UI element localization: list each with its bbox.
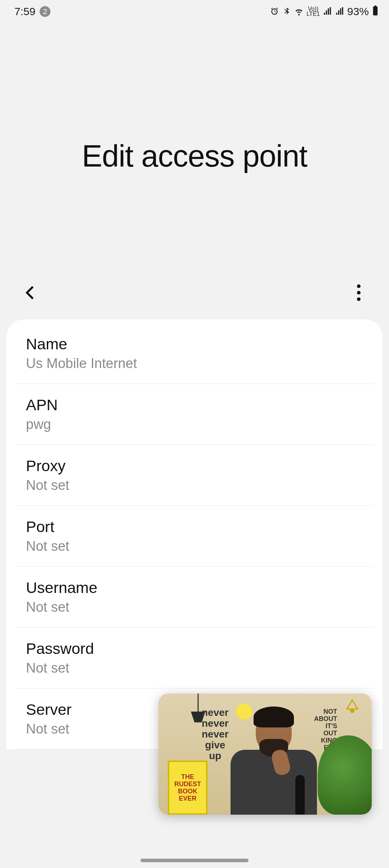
svg-point-4 [357, 297, 361, 301]
book-cover: THE RUDEST BOOK EVER [168, 761, 207, 815]
battery-percent: 93% [347, 5, 369, 18]
battery-icon [372, 5, 379, 18]
person-figure [223, 707, 324, 815]
navigation-handle[interactable] [140, 859, 249, 862]
setting-row-port[interactable]: Port Not set [15, 506, 374, 567]
volte-indicator: Vo)) LTE1 [307, 6, 320, 17]
setting-label: Name [26, 335, 363, 353]
status-bar: 7:59 2 Vo)) LTE1 93% [0, 0, 389, 23]
lightbulb-icon [341, 696, 363, 719]
more-options-button[interactable] [346, 280, 372, 306]
svg-point-3 [357, 291, 361, 294]
setting-row-name[interactable]: Name Us Mobile Internet [15, 319, 374, 384]
signal-icon-2 [335, 7, 344, 16]
setting-label: Username [26, 579, 363, 597]
setting-value: pwg [26, 417, 363, 432]
notification-count-badge: 2 [40, 6, 50, 17]
setting-value: Not set [26, 478, 363, 493]
setting-value: Not set [26, 660, 363, 676]
settings-card: Name Us Mobile Internet APN pwg Proxy No… [6, 319, 383, 749]
signal-icon-1 [323, 7, 332, 16]
more-vertical-icon [357, 284, 361, 301]
setting-row-username[interactable]: Username Not set [15, 567, 374, 628]
book-title: THE RUDEST BOOK EVER [174, 773, 201, 802]
back-button[interactable] [17, 280, 43, 306]
alarm-icon [270, 7, 279, 16]
setting-value: Not set [26, 599, 363, 615]
pip-video-overlay[interactable]: never never never give up NOT ABOUT IT'S… [158, 694, 372, 815]
setting-label: Password [26, 640, 363, 657]
header-area: Edit access point [0, 23, 389, 275]
page-title: Edit access point [0, 138, 389, 174]
status-time: 7:59 [14, 5, 35, 18]
microphone-icon [295, 775, 305, 815]
chevron-left-icon [22, 285, 38, 301]
setting-value: Not set [26, 539, 363, 554]
status-bar-right: Vo)) LTE1 93% [270, 5, 379, 18]
svg-rect-1 [375, 5, 376, 7]
pip-video-content: never never never give up NOT ABOUT IT'S… [158, 694, 372, 815]
setting-row-apn[interactable]: APN pwg [15, 384, 374, 445]
bluetooth-icon [282, 7, 291, 16]
setting-row-proxy[interactable]: Proxy Not set [15, 445, 374, 506]
setting-label: Proxy [26, 457, 363, 475]
svg-point-6 [350, 709, 354, 713]
status-bar-left: 7:59 2 [14, 5, 50, 18]
setting-value: Us Mobile Internet [26, 356, 363, 371]
svg-rect-0 [373, 6, 378, 15]
wifi-icon [294, 7, 304, 16]
setting-label: APN [26, 396, 363, 414]
setting-row-password[interactable]: Password Not set [15, 628, 374, 688]
setting-label: Port [26, 518, 363, 536]
toolbar [0, 275, 389, 311]
svg-point-2 [357, 284, 361, 288]
